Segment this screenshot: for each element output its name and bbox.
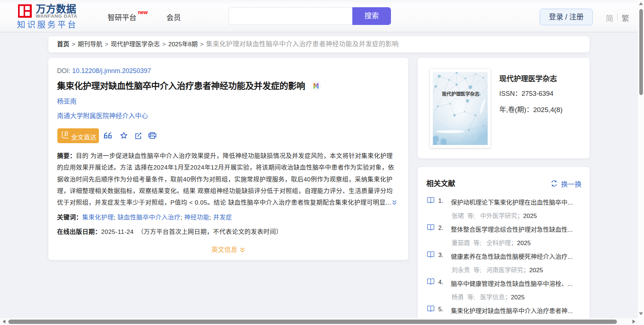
svg-text:free: free	[64, 136, 69, 140]
svg-text:现代护理医学杂志: 现代护理医学杂志	[442, 91, 479, 97]
